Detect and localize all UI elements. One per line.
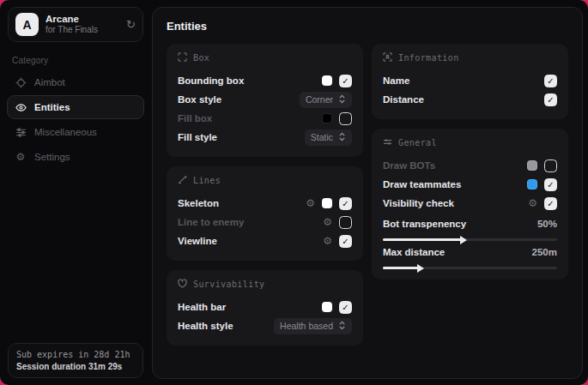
gear-icon[interactable]: ⚙ <box>323 216 332 228</box>
left-column: Box Bounding box Box style Corner <box>167 44 363 346</box>
gear-icon[interactable]: ⚙ <box>528 197 537 209</box>
app-logo: A <box>15 13 39 36</box>
sidebar-item-settings[interactable]: ⚙ Settings <box>7 145 144 169</box>
health-style-dropdown[interactable]: Health based <box>274 318 352 334</box>
slider-fill <box>383 238 461 241</box>
slider-group-max-distance: Max distance 250m <box>383 243 557 269</box>
gear-icon: ⚙ <box>15 151 27 163</box>
app-subtitle: for The Finals <box>45 25 119 36</box>
eye-scan-icon <box>15 102 27 113</box>
dropdown-value: Corner <box>306 94 333 105</box>
dropdown-value: Static <box>311 132 333 142</box>
checkbox-checked[interactable] <box>544 197 557 210</box>
sidebar-item-aimbot[interactable]: Aimbot <box>7 70 144 94</box>
slider-label-row: Bot transpenency 50% <box>383 214 557 233</box>
setting-row: Box style Corner <box>178 90 352 109</box>
survivability-icon <box>178 279 187 290</box>
bot-transparency-slider[interactable] <box>383 238 557 241</box>
color-swatch[interactable] <box>527 160 537 171</box>
setting-label: Box style <box>178 94 221 105</box>
setting-label: Line to enemy <box>178 217 244 227</box>
chevron-up-down-icon <box>338 94 346 105</box>
card-header: General <box>383 137 557 148</box>
slider-label: Max distance <box>383 247 445 257</box>
setting-label: Fill box <box>178 113 212 123</box>
sidebar-item-label: Aimbot <box>34 77 65 87</box>
color-swatch[interactable] <box>322 302 332 312</box>
general-icon <box>383 137 392 148</box>
tune-icon <box>15 127 27 138</box>
chevron-up-down-icon <box>338 132 346 143</box>
box-icon <box>178 52 187 63</box>
checkbox-unchecked[interactable] <box>339 112 352 125</box>
color-swatch[interactable] <box>527 179 537 189</box>
card-title: Lines <box>193 176 221 185</box>
refresh-icon[interactable]: ↻ <box>126 18 136 31</box>
gear-icon[interactable]: ⚙ <box>306 197 315 209</box>
information-icon <box>383 52 392 63</box>
sidebar-item-label: Entities <box>34 102 70 112</box>
card-header: Box <box>178 52 352 63</box>
setting-label: Viewline <box>178 236 217 246</box>
color-swatch[interactable] <box>322 113 332 123</box>
checkbox-checked[interactable] <box>544 93 557 106</box>
page-title: Entities <box>167 20 568 33</box>
main-panel: Entities Box Bounding box <box>152 7 583 379</box>
sub-expires-text: Sub expires in 28d 21h <box>16 350 135 359</box>
session-duration-text: Session duration 31m 29s <box>16 362 135 371</box>
right-column: Information Name Distance <box>372 44 568 280</box>
fill-style-dropdown[interactable]: Static <box>305 129 352 146</box>
dropdown-value: Health based <box>280 321 333 331</box>
sidebar-item-label: Miscellaneous <box>34 127 97 137</box>
checkbox-unchecked[interactable] <box>544 159 557 172</box>
max-distance-slider[interactable] <box>383 267 557 269</box>
slider-fill <box>383 267 418 269</box>
setting-label: Health bar <box>178 302 226 312</box>
category-label: Category <box>12 56 151 65</box>
app-title-block: Arcane for The Finals <box>45 13 119 36</box>
gear-icon[interactable]: ⚙ <box>323 235 332 247</box>
sidebar-item-label: Settings <box>34 152 70 162</box>
color-swatch[interactable] <box>322 75 332 86</box>
slider-group-bot-transparency: Bot transpenency 50% <box>383 214 557 241</box>
chevron-up-down-icon <box>338 321 346 332</box>
checkbox-checked[interactable] <box>544 75 557 87</box>
app-window: A Arcane for The Finals ↻ Category Aimbo… <box>0 0 588 385</box>
setting-row: Health style Health based <box>178 316 352 335</box>
card-title: General <box>398 138 437 147</box>
setting-row: Fill style Static <box>178 128 352 147</box>
slider-label: Bot transpenency <box>383 219 466 229</box>
card-title: Survivability <box>193 280 264 289</box>
checkbox-checked[interactable] <box>339 301 352 314</box>
setting-row: Line to enemy ⚙ <box>178 213 352 232</box>
setting-row: Distance <box>383 90 557 109</box>
checkbox-checked[interactable] <box>339 75 352 87</box>
card-information: Information Name Distance <box>372 44 568 119</box>
setting-label: Skeleton <box>178 198 219 208</box>
setting-row: Health bar <box>178 298 352 316</box>
sidebar-item-miscellaneous[interactable]: Miscellaneous <box>7 120 144 144</box>
screen: A Arcane for The Finals ↻ Category Aimbo… <box>0 0 588 385</box>
checkbox-checked[interactable] <box>339 197 352 210</box>
color-swatch[interactable] <box>322 198 332 208</box>
setting-row: Fill box <box>178 109 352 128</box>
card-header: Lines <box>178 175 352 186</box>
checkbox-checked[interactable] <box>544 178 557 191</box>
setting-row: Draw teammates <box>383 175 557 194</box>
card-header: Information <box>383 52 557 63</box>
setting-row: Viewline ⚙ <box>178 232 352 250</box>
sidebar: A Arcane for The Finals ↻ Category Aimbo… <box>0 0 151 385</box>
slider-value: 50% <box>537 219 557 229</box>
checkbox-checked[interactable] <box>339 235 352 248</box>
subscription-box: Sub expires in 28d 21h Session duration … <box>8 343 143 378</box>
card-box: Box Bounding box Box style Corner <box>167 44 363 157</box>
setting-row: Visibility check ⚙ <box>383 194 557 213</box>
setting-label: Draw teammates <box>383 179 461 189</box>
app-name: Arcane <box>45 13 119 25</box>
box-style-dropdown[interactable]: Corner <box>300 92 352 108</box>
sidebar-item-entities[interactable]: Entities <box>7 95 144 119</box>
card-survivability: Survivability Health bar Health style He… <box>167 270 363 346</box>
setting-label: Name <box>383 75 409 86</box>
setting-row: Bounding box <box>178 71 352 90</box>
checkbox-unchecked[interactable] <box>339 216 352 229</box>
